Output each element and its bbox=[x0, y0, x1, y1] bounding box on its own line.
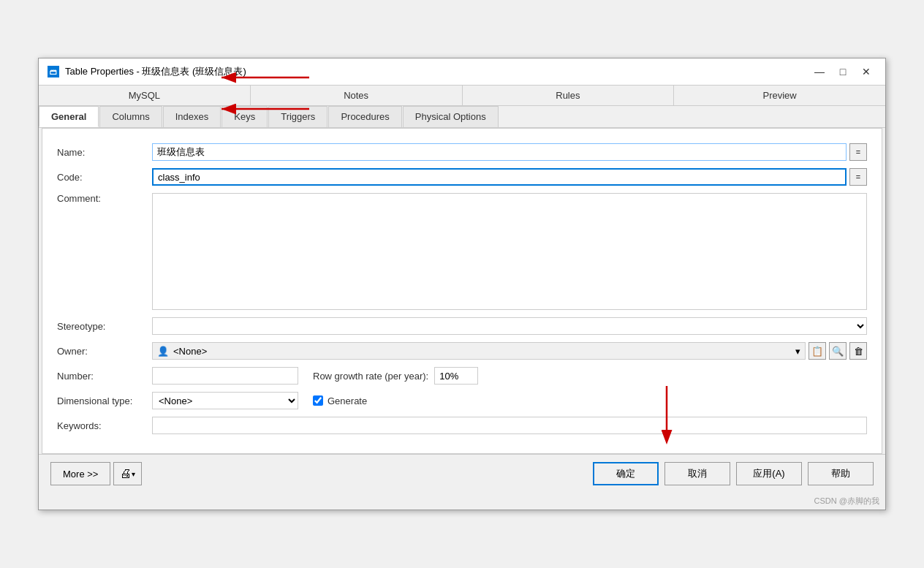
comment-row: Comment: bbox=[57, 193, 867, 310]
name-input[interactable] bbox=[152, 143, 847, 161]
tab-columns[interactable]: Columns bbox=[99, 106, 162, 127]
menu-rules[interactable]: Rules bbox=[463, 86, 675, 105]
keywords-label: Keywords: bbox=[57, 420, 152, 431]
code-label: Code: bbox=[57, 172, 152, 183]
tab-general[interactable]: General bbox=[39, 106, 99, 127]
owner-btn2[interactable]: 🔍 bbox=[829, 342, 847, 360]
number-row: Number: Row growth rate (per year): bbox=[57, 367, 867, 385]
apply-button[interactable]: 应用(A) bbox=[736, 462, 802, 485]
code-input-wrap: = bbox=[152, 168, 867, 186]
tab-indexes[interactable]: Indexes bbox=[163, 106, 221, 127]
code-input[interactable] bbox=[152, 168, 847, 186]
number-label: Number: bbox=[57, 371, 152, 382]
owner-icon: 👤 bbox=[157, 346, 169, 357]
menu-mysql[interactable]: MySQL bbox=[39, 86, 251, 105]
owner-btn1[interactable]: 📋 bbox=[808, 342, 826, 360]
menu-preview[interactable]: Preview bbox=[674, 86, 885, 105]
close-button[interactable]: ✕ bbox=[856, 64, 876, 79]
stereotype-select[interactable] bbox=[152, 317, 867, 335]
row-growth-label: Row growth rate (per year): bbox=[313, 371, 428, 382]
generate-checkbox[interactable] bbox=[313, 395, 323, 406]
row-growth-input[interactable] bbox=[434, 367, 478, 385]
app-icon: 🗃 bbox=[48, 66, 59, 77]
print-button[interactable]: 🖨 ▾ bbox=[113, 462, 142, 485]
cancel-button[interactable]: 取消 bbox=[664, 462, 730, 485]
confirm-button[interactable]: 确定 bbox=[593, 462, 659, 485]
tab-bar: General Columns Indexes Keys Triggers Pr… bbox=[39, 106, 885, 128]
help-button[interactable]: 帮助 bbox=[808, 462, 874, 485]
owner-value: <None> bbox=[173, 346, 207, 357]
tab-physical-options[interactable]: Physical Options bbox=[403, 106, 499, 127]
menu-bar: MySQL Notes Rules Preview bbox=[39, 86, 885, 106]
owner-label: Owner: bbox=[57, 346, 152, 357]
name-input-wrap: = bbox=[152, 143, 867, 161]
window-controls: — □ ✕ bbox=[809, 64, 876, 79]
tab-procedures[interactable]: Procedures bbox=[328, 106, 401, 127]
code-row: Code: = bbox=[57, 168, 867, 186]
print-icon: 🖨 bbox=[120, 467, 132, 480]
footer-left: More >> 🖨 ▾ bbox=[50, 462, 142, 485]
comment-label: Comment: bbox=[57, 193, 152, 204]
watermark: CSDN @赤脚的我 bbox=[39, 493, 885, 510]
footer: More >> 🖨 ▾ 确定 取消 bbox=[39, 454, 885, 493]
tab-triggers[interactable]: Triggers bbox=[268, 106, 327, 127]
name-label: Name: bbox=[57, 147, 152, 158]
generate-label[interactable]: Generate bbox=[327, 395, 367, 406]
stereotype-label: Stereotype: bbox=[57, 321, 152, 332]
menu-notes[interactable]: Notes bbox=[251, 86, 463, 105]
more-button[interactable]: More >> bbox=[50, 462, 110, 485]
dimensional-type-label: Dimensional type: bbox=[57, 395, 152, 406]
owner-select-wrap: 👤 <None> ▾ 📋 🔍 🗑 bbox=[152, 342, 867, 360]
maximize-button[interactable]: □ bbox=[833, 64, 853, 79]
stereotype-row: Stereotype: bbox=[57, 317, 867, 335]
tab-keys[interactable]: Keys bbox=[221, 106, 268, 127]
title-bar: 🗃 Table Properties - 班级信息表 (班级信息表) — □ ✕ bbox=[39, 58, 885, 86]
owner-chevron-icon: ▾ bbox=[795, 346, 800, 357]
row-growth-wrap: Row growth rate (per year): bbox=[313, 367, 478, 385]
generate-wrap: Generate bbox=[313, 395, 367, 406]
comment-textarea[interactable] bbox=[152, 193, 867, 310]
code-equal-button[interactable]: = bbox=[849, 168, 867, 186]
form-content: Name: = Code: = Comment: bbox=[42, 128, 882, 454]
number-input[interactable] bbox=[152, 367, 298, 385]
dimensional-type-select[interactable]: <None> bbox=[152, 392, 298, 409]
dimensional-row: Dimensional type: <None> Generate bbox=[57, 392, 867, 409]
keywords-row: Keywords: bbox=[57, 417, 867, 434]
print-chevron-icon: ▾ bbox=[132, 470, 135, 478]
owner-display[interactable]: 👤 <None> ▾ bbox=[152, 342, 806, 360]
name-equal-button[interactable]: = bbox=[849, 143, 867, 161]
window-title: Table Properties - 班级信息表 (班级信息表) bbox=[65, 65, 246, 78]
keywords-input[interactable] bbox=[152, 417, 867, 434]
name-row: Name: = bbox=[57, 143, 867, 161]
owner-btn3[interactable]: 🗑 bbox=[849, 342, 867, 360]
owner-row: Owner: 👤 <None> ▾ 📋 🔍 🗑 bbox=[57, 342, 867, 360]
minimize-button[interactable]: — bbox=[809, 64, 830, 79]
